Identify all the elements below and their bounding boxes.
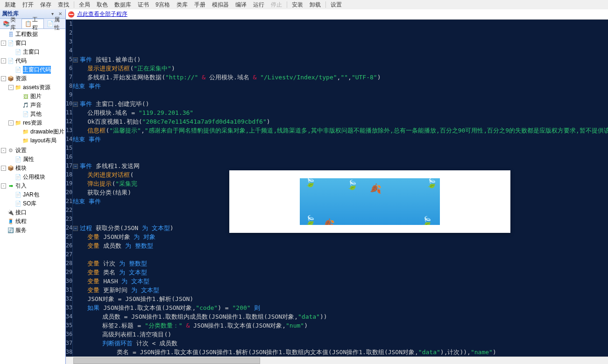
toolbar-item-手册[interactable]: 手册	[191, 0, 208, 10]
toolbar-item-全局[interactable]: 全局	[76, 0, 93, 10]
tree-expander-icon[interactable]: -	[1, 166, 6, 171]
scrollbar-thumb[interactable]	[73, 357, 260, 364]
code-line[interactable]: −事件 按钮1.被单击()	[73, 55, 608, 64]
tree-expander-icon[interactable]: -	[1, 58, 6, 63]
tree-expander-icon[interactable]: -	[1, 76, 6, 81]
toolbar-separator	[287, 1, 287, 8]
tree-node-设置[interactable]: -⚙设置	[1, 146, 64, 155]
code-line[interactable]: 成员数 = JSON操作1.取数组内成员数(JSON操作1.取数组(JSON对象…	[73, 312, 608, 321]
code-line[interactable]: 如果 JSON操作1.取文本值(JSON对象,"code") = "200" 则	[73, 303, 608, 312]
tree-expander-icon[interactable]: -	[8, 85, 14, 90]
tree-label: 资源	[15, 75, 27, 83]
tree-expander-icon[interactable]: -	[1, 183, 6, 189]
tree-node-layout布局[interactable]: 📁layout布局	[1, 136, 64, 145]
tree-node-其他[interactable]: 📄其他	[1, 110, 64, 119]
tree-icon: 📄	[14, 67, 22, 73]
tree-icon: 🔄	[7, 227, 14, 234]
fold-icon[interactable]: −	[73, 164, 78, 169]
sidebar-tab-工程[interactable]: 📋工程	[21, 19, 44, 28]
tree-node-公用模块[interactable]: 📄公用模块	[1, 173, 64, 182]
fold-icon[interactable]: −	[73, 57, 78, 63]
tree-node-线程[interactable]: 🧵线程	[1, 217, 64, 226]
tree-node-引入[interactable]: -➡引入	[1, 182, 64, 190]
toolbar-item-新建[interactable]: 新建	[2, 0, 19, 10]
code-line[interactable]: 类名 = JSON操作1.取文本值(JSON操作1.解析(JSON操作1.取数组…	[73, 348, 608, 357]
code-line[interactable]	[73, 91, 608, 99]
code-line[interactable]	[73, 144, 608, 153]
toolbar-item-查找[interactable]: 查找	[55, 0, 72, 10]
code-line[interactable]: 变量 HASH 为 文本型	[73, 277, 608, 286]
main-toolbar: 新建打开保存查找全局取色数据库证书9宫格类库手册模拟器编译运行停止安装卸载设置	[0, 0, 608, 9]
line-number: 21	[66, 197, 73, 206]
line-number: 1	[66, 20, 73, 28]
tree-node-JAR包[interactable]: 📄JAR包	[1, 190, 64, 199]
tree-node-图片[interactable]: 🖼图片	[1, 92, 64, 101]
tree-expander-icon[interactable]: -	[1, 41, 6, 46]
tree-node-工程数据[interactable]: 🗄工程数据	[1, 30, 64, 39]
tree-label: 模块	[15, 164, 27, 172]
code-line[interactable]	[73, 37, 608, 46]
line-number: 9	[66, 91, 73, 99]
tree-node-接口[interactable]: 🔌接口	[1, 208, 64, 217]
code-line[interactable]: 判断循环首 计次 < 成员数	[73, 339, 608, 348]
tree-node-窗口[interactable]: -📄窗口	[1, 39, 64, 48]
code-line[interactable]: 公用模块.域名 = "119.29.201.36"	[73, 108, 608, 117]
tree-node-服务[interactable]: 🔄服务	[1, 226, 64, 235]
tree-node-代码[interactable]: -📄代码	[1, 56, 64, 65]
code-line[interactable]: 变量 JSON对象 为 对象	[73, 232, 608, 241]
tree-node-声音[interactable]: 🎵声音	[1, 101, 64, 110]
code-line[interactable]: 变量 成员数 为 整数型	[73, 241, 608, 250]
tree-node-res资源[interactable]: -📁res资源	[1, 119, 64, 127]
code-line[interactable]	[73, 20, 608, 28]
toolbar-item-卸载[interactable]: 卸载	[307, 0, 324, 10]
tree-node-SO库[interactable]: 📄SO库	[1, 199, 64, 208]
tree-node-模块[interactable]: -📦模块	[1, 164, 64, 173]
toolbar-item-安装[interactable]: 安装	[289, 0, 306, 10]
code-editor[interactable]: 12345−事件 按钮1.被单击()6 显示进度对话框("正在采集中")7 多线…	[66, 20, 608, 357]
toolbar-item-证书[interactable]: 证书	[135, 0, 152, 10]
view-all-subs-link[interactable]: 点此查看全部子程序	[77, 10, 127, 18]
code-line[interactable]: 显示进度对话框("正在采集中")	[73, 64, 608, 73]
code-line[interactable]	[73, 250, 608, 259]
tree-node-资源[interactable]: -📦资源	[1, 74, 64, 83]
toolbar-item-类库[interactable]: 类库	[174, 0, 191, 10]
toolbar-item-9宫格[interactable]: 9宫格	[153, 0, 173, 10]
toolbar-item-设置[interactable]: 设置	[328, 0, 345, 10]
toolbar-item-取色[interactable]: 取色	[94, 0, 111, 10]
code-line[interactable]: 信息框("温馨提示","感谢来自于网名猎豹提供的采集对象,上千频道,线路渠道多,…	[73, 126, 608, 135]
code-line[interactable]: 结束 事件	[73, 135, 608, 144]
tree-node-属性[interactable]: 📄属性	[1, 155, 64, 164]
code-line[interactable]: −事件 主窗口.创建完毕()	[73, 99, 608, 108]
tree-expander-icon[interactable]: -	[8, 120, 14, 126]
code-line[interactable]: 多线程1.开始发送网络数据("http://" & 公用模块.域名 & "/Li…	[73, 73, 608, 82]
line-number: 34	[66, 312, 73, 321]
toolbar-item-模拟器[interactable]: 模拟器	[209, 0, 232, 10]
code-line[interactable]	[73, 153, 608, 161]
tree-node-assets资源[interactable]: -📁assets资源	[1, 83, 64, 92]
toolbar-item-运行[interactable]: 运行	[250, 0, 267, 10]
code-line[interactable]: −事件 多线程1.发送网	[73, 161, 608, 170]
code-line[interactable]: 结束 事件	[73, 82, 608, 91]
toolbar-item-编译[interactable]: 编译	[233, 0, 249, 10]
sidebar-tab-类库[interactable]: 📚类库	[0, 19, 21, 28]
code-line[interactable]: 变量 更新时间 为 文本型	[73, 286, 608, 294]
horizontal-scrollbar[interactable]	[66, 357, 608, 364]
tree-node-主窗口[interactable]: 📄主窗口	[1, 48, 64, 56]
toolbar-item-保存[interactable]: 保存	[37, 0, 54, 10]
code-line[interactable]: 标签2.标题 = "分类数量：" & JSON操作1.取文本值(JSON对象,"…	[73, 321, 608, 330]
tree-node-drawable图片[interactable]: 📁drawable图片	[1, 127, 64, 136]
fold-icon[interactable]: −	[73, 102, 78, 107]
code-line[interactable]: Ok百度视频1.初始("208c7e7e114541a7a9fd0d4a109c…	[73, 117, 608, 126]
code-line[interactable]	[73, 28, 608, 37]
toolbar-item-数据库[interactable]: 数据库	[112, 0, 134, 10]
code-line[interactable]: 变量 类名 为 文本型	[73, 268, 608, 277]
fold-icon[interactable]: −	[73, 226, 78, 231]
sidebar-tab-属性[interactable]: 📄属性	[44, 19, 65, 28]
code-line[interactable]: JSON对象 = JSON操作1.解析(JSON)	[73, 294, 608, 303]
toolbar-item-打开[interactable]: 打开	[20, 0, 36, 10]
code-line[interactable]: 高级列表框1.清空项目()	[73, 330, 608, 339]
tree-node-主窗口代码[interactable]: 📄主窗口代码	[1, 65, 64, 74]
tree-expander-icon[interactable]: -	[1, 148, 6, 153]
code-line[interactable]	[73, 46, 608, 55]
code-line[interactable]: 变量 计次 为 整数型	[73, 259, 608, 268]
